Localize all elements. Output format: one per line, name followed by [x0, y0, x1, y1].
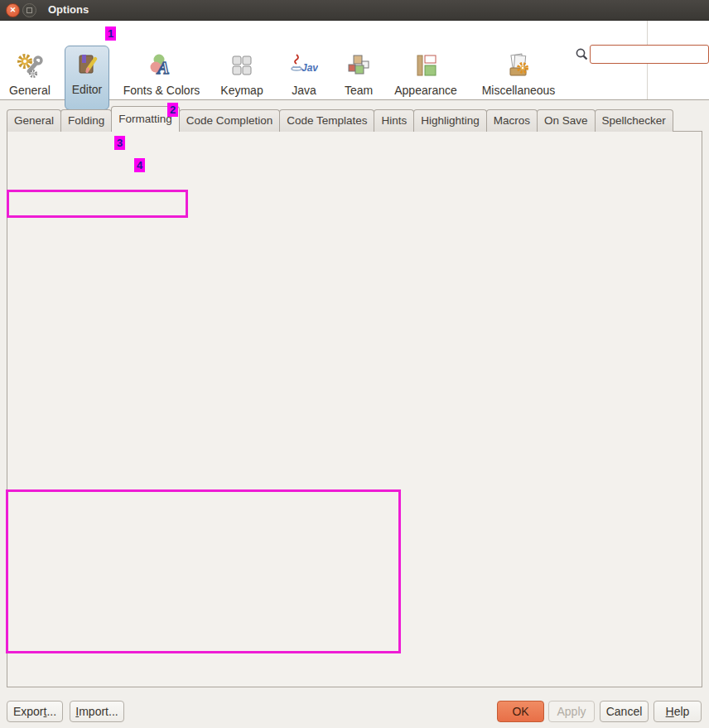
formatting-panel: [7, 131, 702, 687]
ok-button[interactable]: OK: [497, 701, 544, 722]
toolbar-item-editor[interactable]: Editor: [65, 46, 109, 110]
import-button[interactable]: Import...: [70, 701, 124, 722]
export-button[interactable]: Export...: [7, 701, 63, 722]
help-button[interactable]: Help: [654, 701, 702, 722]
fonts-colors-icon: A: [147, 52, 176, 80]
tab-code-templates[interactable]: Code Templates: [279, 109, 374, 132]
tab-spellchecker[interactable]: Spellchecker: [595, 109, 673, 132]
toolbar-item-keymap[interactable]: Keymap: [213, 47, 271, 110]
annotation-badge-4: 4: [134, 158, 145, 172]
papers-gear-icon: [504, 52, 533, 80]
tab-code-completion[interactable]: Code Completion: [179, 109, 280, 132]
java-cup-icon: Java: [290, 52, 318, 80]
annotation-badge-1: 1: [105, 27, 116, 41]
tab-on-save[interactable]: On Save: [537, 109, 596, 132]
toolbar-item-label: Java: [292, 84, 316, 97]
tab-highlighting[interactable]: Highlighting: [413, 109, 487, 132]
tab-bar: GeneralFoldingFormattingCode CompletionC…: [7, 106, 673, 132]
svg-text:A: A: [156, 57, 170, 78]
tab-folding[interactable]: Folding: [60, 109, 112, 132]
tab-general[interactable]: General: [7, 109, 61, 132]
gears-wrench-icon: [16, 52, 44, 80]
toolbar-item-appearance[interactable]: Appearance: [386, 47, 465, 110]
toolbar-item-label: General: [9, 84, 51, 97]
toolbar-item-java[interactable]: JavaJava: [282, 47, 326, 110]
maximize-icon[interactable]: [22, 3, 36, 17]
search-input[interactable]: [590, 45, 709, 64]
tab-macros[interactable]: Macros: [486, 109, 538, 132]
window-title: Options: [48, 3, 89, 16]
close-icon[interactable]: ✕: [6, 3, 20, 17]
annotation-badge-3: 3: [114, 136, 125, 150]
tab-hints[interactable]: Hints: [374, 109, 414, 132]
cancel-button[interactable]: Cancel: [600, 701, 649, 722]
keyboard-icon: [228, 52, 256, 80]
toolbar-item-label: Editor: [72, 83, 103, 96]
layout-blocks-icon: [412, 52, 440, 80]
search-icon: [575, 47, 589, 61]
toolbar-item-team[interactable]: Team: [336, 47, 381, 110]
toolbar-item-label: Fonts & Colors: [123, 84, 200, 97]
book-pencil-icon: [73, 51, 101, 80]
toolbar-item-fonts-colors[interactable]: AFonts & Colors: [116, 47, 207, 110]
toolbar-item-miscellaneous[interactable]: Miscellaneous: [470, 47, 567, 110]
toolbar-item-label: Miscellaneous: [482, 84, 556, 97]
annotation-badge-2: 2: [167, 103, 178, 117]
apply-button[interactable]: Apply: [548, 701, 595, 722]
toolbar-item-label: Team: [345, 84, 373, 97]
options-dialog: ✕ Options GeneralEditorAFonts & ColorsKe…: [0, 0, 709, 728]
svg-text:Java: Java: [301, 62, 318, 74]
toolbar-item-general[interactable]: General: [8, 47, 51, 110]
toolbar-item-label: Keymap: [220, 84, 263, 97]
cubes-icon: [345, 52, 373, 80]
titlebar[interactable]: ✕ Options: [0, 0, 709, 21]
toolbar-item-label: Appearance: [394, 84, 457, 97]
